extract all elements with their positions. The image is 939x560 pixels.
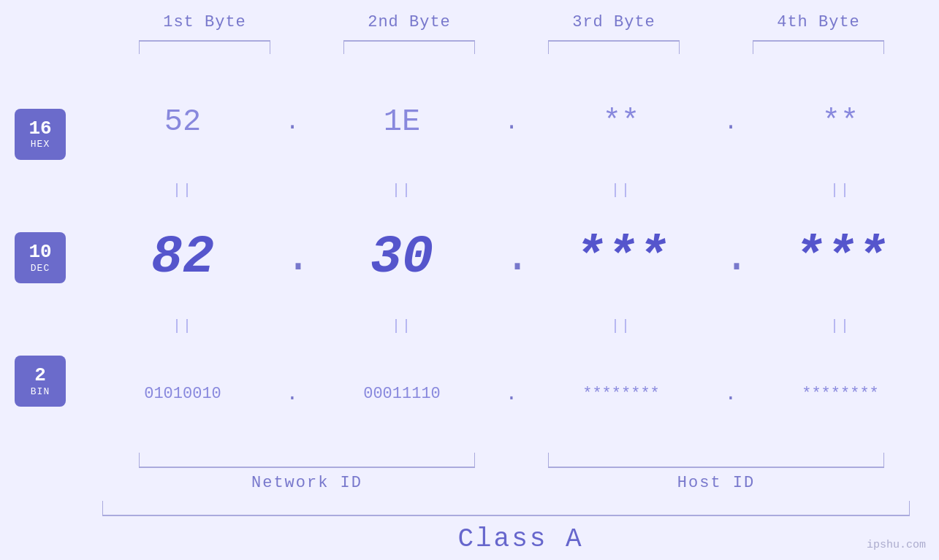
watermark: ipshu.com: [867, 539, 926, 551]
bin-cell-3: ********: [519, 385, 723, 403]
data-grid: 52 . 1E . ** . ** || ||: [80, 65, 939, 450]
bin-row: 01010010 . 00011110 . ******** . *******…: [80, 337, 939, 450]
dec-dot-1: .: [285, 236, 300, 280]
dec-cell-1: 82: [80, 228, 285, 288]
eq1-c3: ||: [519, 182, 723, 199]
main-container: 1st Byte 2nd Byte 3rd Byte 4th Byte: [0, 0, 939, 560]
hex-cell-1: 52: [80, 104, 285, 139]
byte4-header: 4th Byte: [716, 13, 921, 31]
dec-badge: 10 DEC: [15, 232, 66, 283]
dec-dot-3: .: [723, 236, 738, 280]
eq2-c3: ||: [519, 318, 723, 334]
hex-badge: 16 HEX: [15, 109, 66, 160]
hex-dot-3: .: [723, 109, 738, 136]
id-labels: Network ID Host ID: [102, 474, 939, 492]
bin-cell-4: ********: [738, 385, 939, 403]
network-id-label: Network ID: [102, 474, 512, 492]
network-bracket-svg: [139, 451, 475, 470]
dec-cell-2: 30: [300, 228, 504, 288]
eq2-c4: ||: [738, 318, 939, 334]
dec-dot-2: .: [504, 236, 519, 280]
eq2-c2: ||: [300, 318, 504, 334]
class-bracket-svg: [102, 499, 910, 517]
bottom-brackets: [102, 450, 939, 471]
top-bracket-svg-2: [343, 38, 475, 55]
byte-headers: 1st Byte 2nd Byte 3rd Byte 4th Byte: [102, 13, 939, 31]
class-label: Class A: [102, 517, 939, 560]
hex-cell-2: 1E: [300, 104, 504, 139]
top-bracket-svg-1: [139, 38, 270, 55]
top-bracket-svg-3: [548, 38, 680, 55]
byte3-header: 3rd Byte: [512, 13, 716, 31]
top-bracket-svg-4: [753, 38, 884, 55]
hex-row: 52 . 1E . ** . **: [80, 65, 939, 179]
bin-dot-2: .: [504, 383, 519, 405]
bottom-section: Network ID Host ID Class A: [102, 450, 939, 560]
bin-cell-1: 01010010: [80, 385, 285, 403]
byte1-header: 1st Byte: [102, 13, 307, 31]
bin-dot-1: .: [285, 383, 300, 405]
dec-row: 82 . 30 . *** . ***: [80, 201, 939, 315]
host-id-label: Host ID: [512, 474, 921, 492]
equals-row-1: || || || ||: [80, 179, 939, 201]
main-content: 16 HEX 10 DEC 2 BIN 52 . 1E: [0, 65, 939, 450]
eq2-c1: ||: [80, 318, 285, 334]
hex-cell-4: **: [738, 104, 939, 139]
hex-dot-2: .: [504, 109, 519, 136]
host-bracket-svg: [548, 451, 884, 470]
eq1-c2: ||: [300, 182, 504, 199]
bracket-top-1: [102, 36, 307, 58]
top-brackets: [102, 36, 939, 58]
equals-row-2: || || || ||: [80, 315, 939, 337]
hex-cell-3: **: [519, 104, 723, 139]
eq1-c4: ||: [738, 182, 939, 199]
byte2-header: 2nd Byte: [307, 13, 512, 31]
bracket-top-2: [307, 36, 512, 58]
bin-cell-2: 00011110: [300, 385, 504, 403]
network-bracket: [102, 450, 512, 471]
class-bracket-row: [102, 499, 910, 517]
bracket-top-3: [512, 36, 716, 58]
bin-badge: 2 BIN: [15, 356, 66, 407]
dec-cell-4: ***: [738, 228, 939, 288]
base-labels-column: 16 HEX 10 DEC 2 BIN: [0, 65, 80, 450]
bracket-top-4: [716, 36, 921, 58]
hex-dot-1: .: [285, 109, 300, 136]
host-bracket: [512, 450, 921, 471]
dec-cell-3: ***: [519, 228, 723, 288]
bin-dot-3: .: [723, 383, 738, 405]
eq1-c1: ||: [80, 182, 285, 199]
